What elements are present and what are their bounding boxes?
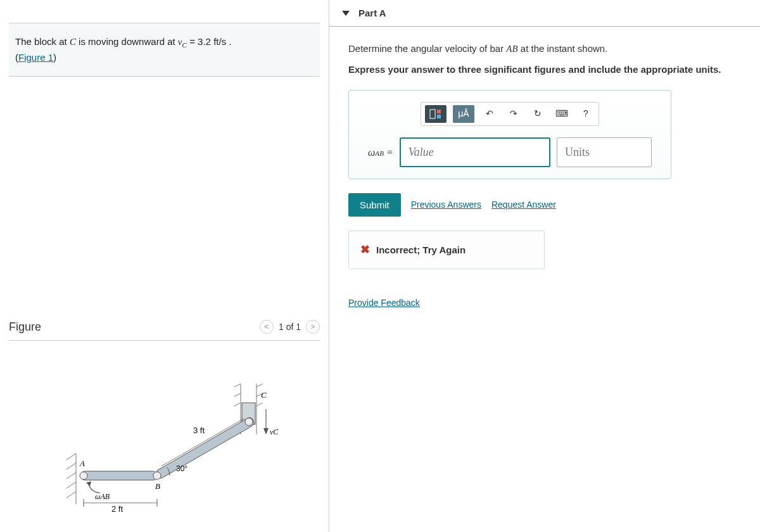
pager-next-button[interactable]: > xyxy=(306,320,320,334)
svg-rect-15 xyxy=(81,471,157,480)
special-chars-button[interactable]: μÅ xyxy=(453,105,474,123)
request-answer-link[interactable]: Request Answer xyxy=(491,198,556,213)
problem-eq: = 3.2 ft/s . xyxy=(189,36,231,47)
label-b: B xyxy=(155,481,160,491)
instruction-line: Determine the angular velocity of bar AB… xyxy=(348,41,741,58)
label-2ft: 2 ft xyxy=(111,504,123,514)
label-vc: vC xyxy=(270,428,279,436)
svg-line-1 xyxy=(66,453,76,460)
figure-title: Figure xyxy=(9,320,260,334)
svg-marker-26 xyxy=(263,428,269,434)
submit-button[interactable]: Submit xyxy=(348,193,401,217)
feedback-box: ✖ Incorrect; Try Again xyxy=(348,231,545,269)
help-button[interactable]: ? xyxy=(577,105,595,123)
problem-statement: The block at C is moving downward at vC … xyxy=(9,23,320,77)
svg-line-3 xyxy=(66,472,76,479)
svg-line-5 xyxy=(66,491,76,498)
svg-rect-27 xyxy=(430,110,435,118)
label-angle: 30° xyxy=(176,464,187,473)
answer-label: ωAB = xyxy=(368,137,400,167)
pager-text: 1 of 1 xyxy=(279,322,301,332)
var-v: v xyxy=(178,37,182,47)
sub-c: C xyxy=(182,41,187,49)
instr-bar: AB xyxy=(506,44,517,54)
svg-point-17 xyxy=(80,472,87,479)
svg-line-2 xyxy=(66,463,76,469)
template-button[interactable] xyxy=(425,105,446,123)
undo-button[interactable]: ↶ xyxy=(481,105,498,123)
label-a: A xyxy=(79,459,85,468)
svg-point-18 xyxy=(153,472,161,479)
svg-line-4 xyxy=(66,482,76,488)
keyboard-button[interactable]: ⌨ xyxy=(553,105,571,123)
provide-feedback-link[interactable]: Provide Feedback xyxy=(348,298,420,308)
svg-line-9 xyxy=(234,393,241,396)
figure-link[interactable]: Figure 1 xyxy=(18,52,53,63)
instr-pre: Determine the angular velocity of bar xyxy=(348,43,506,54)
reset-button[interactable]: ↻ xyxy=(529,105,547,123)
feedback-text: Incorrect; Try Again xyxy=(376,242,466,258)
units-input[interactable] xyxy=(557,137,652,167)
incorrect-icon: ✖ xyxy=(360,240,370,260)
label-3ft: 3 ft xyxy=(193,426,205,435)
answer-box: μÅ ↶ ↷ ↻ ⌨ ? ωAB = xyxy=(348,90,671,179)
label-c: C xyxy=(261,390,267,400)
instr-post: at the instant shown. xyxy=(521,43,608,54)
var-c: C xyxy=(70,37,76,47)
formula-toolbar: μÅ ↶ ↷ ↻ ⌨ ? xyxy=(421,102,599,126)
svg-point-19 xyxy=(245,418,253,426)
collapse-icon[interactable] xyxy=(342,11,350,16)
part-title: Part A xyxy=(358,8,386,18)
svg-line-13 xyxy=(256,403,263,406)
svg-line-10 xyxy=(234,403,241,406)
problem-text-mid: is moving downward at xyxy=(79,36,178,47)
previous-answers-link[interactable]: Previous Answers xyxy=(411,198,481,213)
problem-text: The block at xyxy=(15,36,70,47)
value-input[interactable] xyxy=(400,137,550,167)
instruction-bold: Express your answer to three significant… xyxy=(348,61,741,78)
svg-rect-28 xyxy=(437,110,441,113)
svg-line-11 xyxy=(256,384,263,387)
figure-diagram: A B C 3 ft 2 ft 30° xyxy=(9,352,320,523)
pager-prev-button[interactable]: < xyxy=(260,320,274,334)
svg-line-8 xyxy=(234,384,241,387)
svg-marker-24 xyxy=(86,481,91,486)
svg-rect-29 xyxy=(437,115,441,118)
label-wab: ωAB xyxy=(95,492,110,501)
redo-button[interactable]: ↷ xyxy=(505,105,522,123)
svg-rect-16 xyxy=(155,416,255,479)
